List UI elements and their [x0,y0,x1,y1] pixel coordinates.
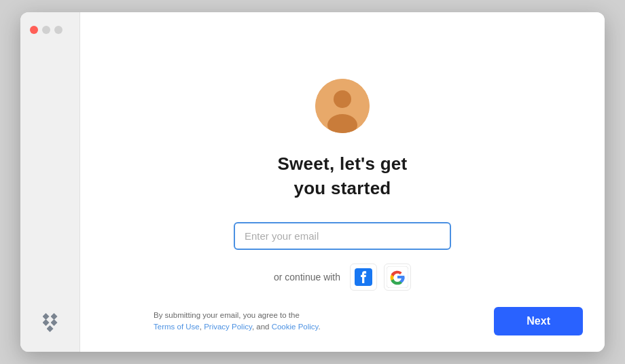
app-window: Sweet, let's get you started or continue… [20,12,605,352]
disclaimer-text: By submitting your email, you agree to t… [154,311,300,319]
traffic-lights [20,23,62,34]
or-continue-row: or continue with [274,263,411,291]
headline-line1: Sweet, let's get [278,153,408,174]
privacy-link[interactable]: Privacy Policy [204,323,252,331]
comma: , [200,323,202,331]
avatar [315,79,370,133]
minimize-button[interactable] [42,26,50,34]
main-content: Sweet, let's get you started or continue… [80,12,605,352]
avatar-icon [315,79,370,133]
close-button[interactable] [30,26,38,34]
facebook-button[interactable] [350,263,377,291]
google-button[interactable] [384,263,411,291]
social-icons [350,263,411,291]
terms-link[interactable]: Terms of Use [154,323,200,331]
and-text: , and [252,323,270,331]
or-continue-label: or continue with [274,272,340,283]
period: . [318,323,320,331]
footer-disclaimer: By submitting your email, you agree to t… [154,310,321,333]
headline: Sweet, let's get you started [278,152,408,200]
maximize-button[interactable] [54,26,62,34]
email-input[interactable] [234,222,451,250]
svg-point-1 [334,90,351,108]
headline-line2: you started [293,178,391,198]
cookie-link[interactable]: Cookie Policy [272,323,319,331]
next-button[interactable]: Next [494,307,583,335]
dropbox-diamond-5 [47,325,54,332]
footer: By submitting your email, you agree to t… [80,307,605,335]
dropbox-logo [37,310,63,335]
sidebar [20,12,80,352]
